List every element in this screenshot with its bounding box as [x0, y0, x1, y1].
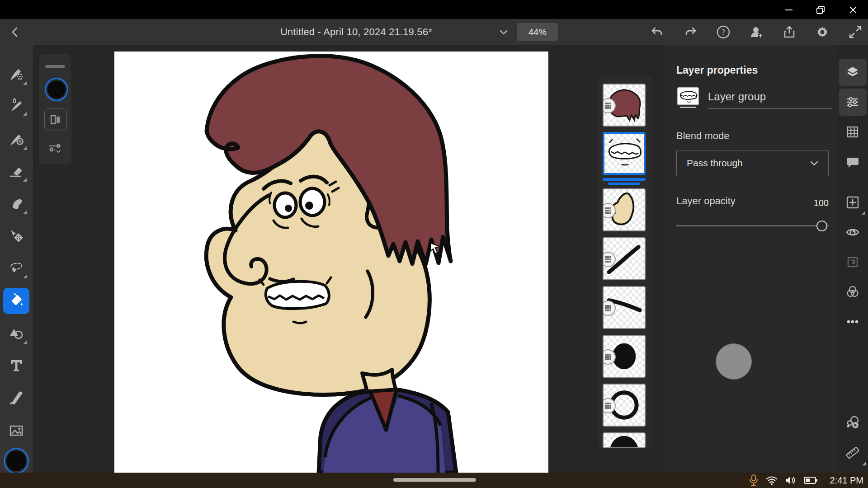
tool-sidebar — [0, 45, 33, 473]
system-taskbar: 2:41 PM — [0, 473, 868, 488]
tool-flyout-indicator — [23, 112, 27, 116]
tool-flyout-indicator — [23, 146, 27, 150]
layer-thumbnail-face[interactable] — [603, 188, 646, 231]
foreground-color-swatch[interactable] — [4, 448, 29, 474]
lasso-select-tool[interactable] — [3, 255, 29, 281]
panel-heading: Layer properties — [676, 64, 758, 76]
visibility-button[interactable] — [839, 219, 867, 246]
layer-thumbnail-blob[interactable] — [603, 335, 646, 378]
panel-drag-handle[interactable] — [45, 65, 65, 68]
place-image-tool[interactable] — [3, 418, 29, 444]
battery-icon[interactable] — [804, 476, 817, 484]
window-restore-button[interactable] — [810, 2, 831, 18]
eraser-tool[interactable] — [3, 158, 29, 184]
tool-flyout-indicator — [23, 275, 27, 278]
layer-opacity-value: 100 — [676, 198, 829, 208]
back-button[interactable] — [5, 22, 25, 42]
layer-group-indicator-line — [603, 178, 646, 181]
layers-panel — [598, 76, 652, 448]
undo-button[interactable] — [647, 22, 667, 42]
smudge-tool[interactable] — [3, 191, 29, 217]
layer-properties-button[interactable] — [839, 89, 867, 116]
blend-mode-value: Pass through — [687, 158, 743, 169]
layer-group-indicator-line — [608, 183, 640, 185]
share-button[interactable] — [779, 22, 799, 42]
mixer-brush-tool[interactable] — [3, 127, 29, 153]
layer-properties-panel: Layer properties Layer group Blend mode … — [662, 45, 837, 473]
window-minimize-button[interactable] — [778, 2, 799, 18]
os-title-strip — [0, 0, 868, 19]
wifi-icon[interactable] — [766, 475, 778, 485]
fill-color-swatch[interactable] — [45, 78, 68, 101]
blend-mode-dropdown[interactable]: Pass through — [676, 150, 829, 176]
tool-flyout-indicator — [23, 178, 27, 182]
taskbar-gesture-handle[interactable] — [393, 478, 476, 482]
settings-gear-button[interactable] — [812, 22, 832, 42]
tool-flyout-indicator — [23, 81, 27, 85]
slider-knob[interactable] — [816, 221, 827, 231]
app-titlebar: Untitled - April 10, 2024 21.19.56* 44% … — [0, 19, 868, 45]
grid-snap-button[interactable] — [839, 118, 867, 145]
layers-panel-button[interactable] — [839, 59, 867, 86]
volume-icon[interactable] — [785, 475, 797, 485]
redo-button[interactable] — [680, 22, 700, 42]
layer-thumbnail-circle[interactable] — [603, 384, 646, 427]
chevron-down-icon — [808, 157, 820, 169]
layer-thumbnail-partial[interactable] — [603, 432, 646, 448]
eyedropper-tool[interactable] — [3, 385, 29, 411]
ruler-button[interactable] — [839, 439, 867, 466]
layer-opacity-slider[interactable] — [676, 221, 829, 231]
reference-panel-button[interactable] — [44, 108, 67, 131]
clock[interactable]: 2:41 PM — [825, 475, 863, 486]
live-brush-tool[interactable] — [3, 92, 29, 118]
more-options-button[interactable] — [839, 308, 867, 335]
move-tool[interactable] — [3, 223, 29, 249]
layer-thumbnail-stroke1[interactable] — [603, 237, 646, 280]
layer-thumbnail-hair[interactable] — [603, 84, 646, 127]
canvas-artwork — [114, 52, 548, 473]
tool-options-panel — [39, 54, 71, 164]
shapes-tool[interactable] — [3, 321, 29, 347]
drawing-canvas[interactable] — [114, 52, 548, 473]
right-taskbar — [837, 45, 868, 473]
blend-mode-label: Blend mode — [676, 130, 729, 142]
slider-track[interactable] — [676, 225, 829, 226]
zoom-level-badge[interactable]: 44% — [517, 23, 558, 41]
touch-shortcut-puck[interactable] — [716, 343, 752, 380]
motion-button[interactable] — [839, 408, 867, 436]
button-flyout-indicator — [862, 462, 866, 465]
add-account-button[interactable] — [746, 22, 766, 42]
window-close-button[interactable] — [843, 2, 863, 18]
transform-button[interactable] — [839, 249, 867, 276]
layer-thumbnail-mouth-selected[interactable] — [603, 132, 646, 175]
fill-tool[interactable] — [3, 288, 29, 314]
document-title[interactable]: Untitled - April 10, 2024 21.19.56* — [280, 19, 432, 45]
tool-flyout-indicator — [23, 341, 27, 344]
color-adjust-button[interactable] — [839, 278, 867, 305]
comments-button[interactable] — [839, 148, 867, 175]
help-button[interactable]: ? — [713, 22, 733, 42]
layer-name-field[interactable]: Layer group — [708, 90, 832, 109]
pixel-brush-tool[interactable] — [3, 61, 29, 88]
fullscreen-button[interactable] — [845, 22, 865, 42]
button-flyout-indicator — [862, 211, 865, 215]
fill-settings-button[interactable] — [44, 136, 66, 158]
layer-thumbnail-stroke2[interactable] — [603, 286, 646, 329]
add-layer-button[interactable] — [839, 189, 867, 216]
title-menu-chevron-icon[interactable] — [494, 22, 514, 42]
text-tool[interactable] — [3, 352, 29, 379]
tool-flyout-indicator — [23, 211, 27, 214]
layer-group-thumbnail[interactable] — [676, 87, 701, 109]
svg-text:?: ? — [722, 28, 726, 37]
microphone-icon[interactable] — [749, 474, 759, 486]
